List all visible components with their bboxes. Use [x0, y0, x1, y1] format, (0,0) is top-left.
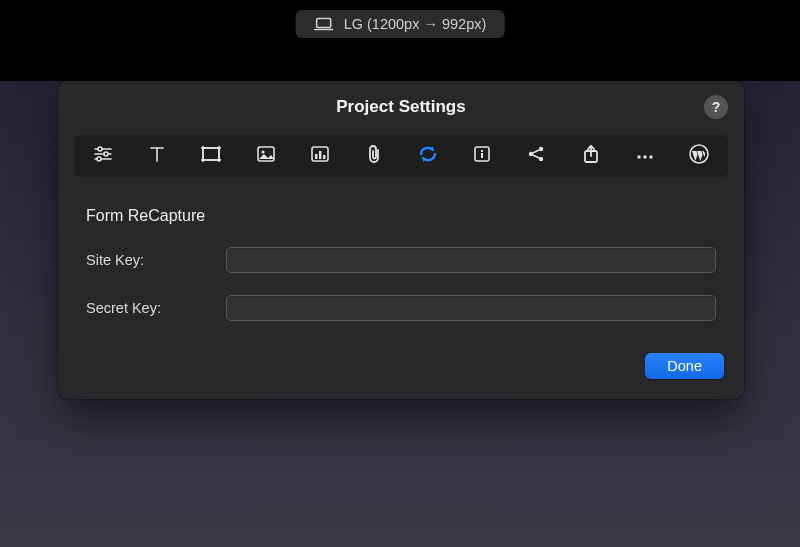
svg-rect-0 [317, 19, 331, 28]
form-recapture-section: Form ReCapture Site Key: Secret Key: [58, 177, 744, 349]
tab-share[interactable] [521, 143, 551, 169]
svg-point-7 [97, 157, 101, 161]
share-icon [527, 145, 545, 167]
tab-sliders[interactable] [88, 143, 118, 169]
site-key-label: Site Key: [86, 252, 226, 268]
site-key-input[interactable] [226, 247, 716, 273]
panel-header: Project Settings ? [58, 81, 744, 129]
section-title: Form ReCapture [86, 207, 716, 225]
svg-line-27 [533, 150, 539, 153]
more-icon [635, 147, 655, 165]
tab-analytics[interactable] [305, 143, 335, 169]
wordpress-icon [689, 144, 709, 168]
svg-point-26 [539, 157, 543, 161]
tab-image[interactable] [251, 143, 281, 169]
svg-point-31 [637, 155, 640, 158]
image-icon [256, 145, 276, 167]
help-icon-label: ? [712, 99, 721, 115]
secret-key-label: Secret Key: [86, 300, 226, 316]
done-button[interactable]: Done [645, 353, 724, 379]
svg-rect-19 [319, 151, 321, 159]
panel-footer: Done [58, 349, 744, 383]
laptop-icon [314, 17, 334, 31]
svg-point-33 [649, 155, 652, 158]
tab-upload[interactable] [576, 143, 606, 169]
info-icon [473, 145, 491, 167]
svg-line-28 [533, 155, 539, 158]
svg-rect-10 [203, 148, 219, 160]
help-button[interactable]: ? [704, 95, 728, 119]
svg-point-5 [104, 152, 108, 156]
panel-title: Project Settings [58, 97, 744, 117]
settings-tabbar [74, 135, 728, 177]
svg-rect-18 [315, 154, 317, 159]
project-settings-panel: Project Settings ? [58, 81, 744, 399]
analytics-icon [310, 145, 330, 167]
svg-rect-22 [481, 150, 483, 152]
upload-icon [582, 144, 600, 168]
svg-point-25 [539, 147, 543, 151]
tab-frame[interactable] [196, 143, 226, 169]
svg-point-32 [643, 155, 646, 158]
tab-info[interactable] [467, 143, 497, 169]
tab-text[interactable] [142, 143, 172, 169]
svg-point-16 [261, 150, 264, 153]
form-recapture-icon [417, 144, 439, 168]
svg-point-3 [98, 147, 102, 151]
breakpoint-indicator[interactable]: LG (1200px → 992px) [296, 10, 505, 38]
tab-wordpress[interactable] [684, 143, 714, 169]
sliders-icon [93, 145, 113, 167]
breakpoint-label: LG (1200px → 992px) [344, 16, 487, 32]
svg-rect-20 [323, 155, 325, 159]
secret-key-row: Secret Key: [86, 295, 716, 321]
tab-more[interactable] [630, 143, 660, 169]
site-key-row: Site Key: [86, 247, 716, 273]
tab-attachment[interactable] [359, 143, 389, 169]
paperclip-icon [365, 144, 383, 168]
secret-key-input[interactable] [226, 295, 716, 321]
done-button-label: Done [667, 358, 702, 374]
tab-form-recapture[interactable] [413, 143, 443, 169]
svg-rect-23 [481, 153, 483, 158]
text-icon [147, 145, 167, 167]
frame-icon [200, 145, 222, 167]
